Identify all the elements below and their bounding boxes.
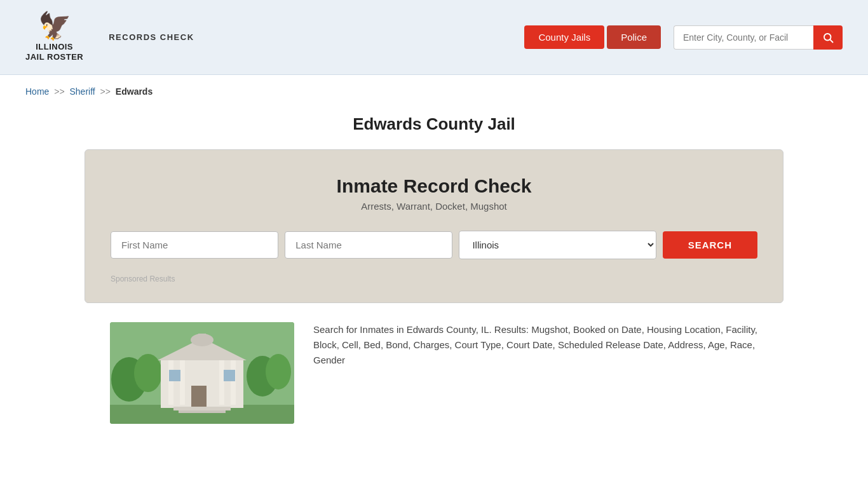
state-select[interactable]: AlabamaAlaskaArizonaArkansasCaliforniaCo…: [459, 231, 656, 259]
svg-point-4: [134, 354, 162, 392]
svg-rect-17: [169, 370, 180, 381]
inmate-search-form: AlabamaAlaskaArizonaArkansasCaliforniaCo…: [111, 231, 757, 259]
breadcrumb-sep-2: >>: [100, 86, 111, 97]
header: 🦅 ILLINOIS JAIL ROSTER RECORDS CHECK Cou…: [0, 0, 868, 75]
sponsored-label: Sponsored Results: [111, 274, 757, 283]
search-icon: [822, 32, 834, 43]
svg-rect-20: [179, 410, 226, 413]
svg-rect-19: [173, 407, 231, 410]
svg-rect-12: [168, 360, 173, 405]
breadcrumb: Home >> Sheriff >> Edwards: [0, 75, 868, 108]
breadcrumb-home-link[interactable]: Home: [25, 86, 49, 97]
records-check-link[interactable]: RECORDS CHECK: [109, 32, 194, 42]
illinois-flag-icon: 🦅: [38, 13, 71, 39]
breadcrumb-sheriff-link[interactable]: Sheriff: [70, 86, 95, 97]
svg-rect-11: [198, 334, 206, 343]
svg-rect-15: [231, 360, 236, 405]
record-check-subtitle: Arrests, Warrant, Docket, Mugshot: [111, 201, 757, 212]
header-nav: County Jails Police: [524, 25, 843, 50]
logo[interactable]: 🦅 ILLINOIS JAIL ROSTER: [25, 13, 83, 62]
first-name-input[interactable]: [111, 231, 278, 259]
bottom-description: Search for Inmates in Edwards County, IL…: [313, 322, 758, 424]
svg-rect-13: [180, 360, 185, 405]
svg-line-1: [830, 39, 832, 42]
courthouse-image: [110, 322, 294, 424]
search-button[interactable]: SEARCH: [663, 231, 757, 259]
page-title: Edwards County Jail: [0, 114, 868, 134]
courthouse-illustration: [110, 322, 294, 424]
header-search-input[interactable]: [674, 25, 813, 50]
police-button[interactable]: Police: [607, 25, 661, 49]
svg-rect-16: [191, 386, 207, 408]
bottom-section: Search for Inmates in Edwards County, IL…: [85, 322, 783, 449]
svg-rect-14: [219, 360, 224, 405]
breadcrumb-current: Edwards: [116, 86, 153, 97]
breadcrumb-sep-1: >>: [54, 86, 64, 97]
county-jails-button[interactable]: County Jails: [524, 25, 604, 49]
svg-point-6: [266, 354, 291, 390]
record-check-title: Inmate Record Check: [111, 175, 757, 197]
record-check-box: Inmate Record Check Arrests, Warrant, Do…: [85, 149, 783, 303]
logo-text: ILLINOIS JAIL ROSTER: [25, 42, 83, 62]
last-name-input[interactable]: [285, 231, 452, 259]
header-search-area: [674, 25, 843, 50]
svg-rect-18: [224, 370, 235, 381]
header-search-button[interactable]: [813, 25, 843, 50]
